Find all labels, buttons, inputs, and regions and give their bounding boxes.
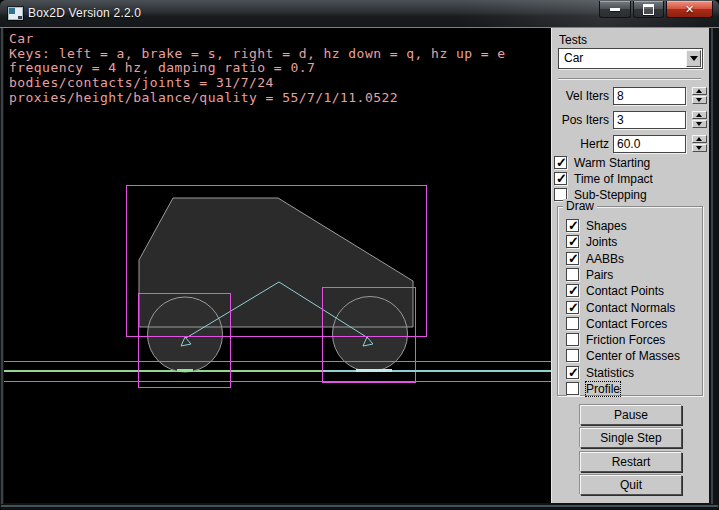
- vel-iters-spinner: [692, 87, 707, 105]
- checkbox-box[interactable]: [566, 219, 579, 232]
- checkbox-label: Pairs: [586, 268, 613, 282]
- checkbox-label: Warm Starting: [574, 156, 650, 170]
- window-border-left: [1, 28, 3, 504]
- checkbox-label: Time of Impact: [574, 172, 653, 186]
- checkbox-label: Contact Points: [586, 284, 664, 298]
- pos-iters-spinner: [692, 111, 707, 129]
- vel-iters-label: Vel Iters: [552, 89, 609, 103]
- checkbox-box[interactable]: [566, 301, 579, 314]
- hud-text: Car Keys: left = a, brake = s, right = d…: [9, 32, 506, 105]
- checkbox-label: AABBs: [586, 252, 624, 266]
- box2d-testbed-window: Box2D Version 2.2.0: [0, 0, 719, 510]
- spinner-down-icon[interactable]: [692, 144, 707, 152]
- checkbox-box[interactable]: [566, 382, 579, 395]
- checkbox-label: Profile: [586, 382, 620, 396]
- vel-iters-row: Vel Iters: [552, 87, 710, 105]
- checkbox-box[interactable]: [566, 268, 579, 281]
- checkbox-label: Friction Forces: [586, 333, 665, 347]
- checkbox-box[interactable]: [566, 366, 579, 379]
- window-border-bottom: [1, 505, 718, 507]
- spinner-down-icon[interactable]: [692, 120, 707, 128]
- minimize-icon: [610, 8, 620, 11]
- pos-iters-row: Pos Iters: [552, 111, 710, 129]
- spinner-up-icon[interactable]: [692, 135, 707, 143]
- pause-button[interactable]: Pause: [580, 405, 682, 425]
- window: Box2D Version 2.2.0: [0, 0, 719, 510]
- single-step-button[interactable]: Single Step: [580, 428, 682, 448]
- checkbox-box[interactable]: [566, 333, 579, 346]
- window-controls: [599, 1, 713, 18]
- tests-selected-value: Car: [564, 51, 583, 65]
- titlebar[interactable]: Box2D Version 2.2.0: [0, 0, 719, 28]
- checkbox-label: Contact Forces: [586, 317, 667, 331]
- maximize-icon: [643, 4, 654, 15]
- simulation-canvas[interactable]: Car Keys: left = a, brake = s, right = d…: [4, 28, 551, 503]
- hud-keys: Keys: left = a, brake = s, right = d, hz…: [9, 47, 506, 62]
- checkbox-box[interactable]: [566, 235, 579, 248]
- checkbox-box[interactable]: [566, 284, 579, 297]
- hertz-row: Hertz: [552, 135, 710, 153]
- restart-button[interactable]: Restart: [580, 452, 682, 472]
- checkbox-box[interactable]: [566, 252, 579, 265]
- hertz-input[interactable]: [613, 135, 686, 153]
- checkbox-label: Center of Masses: [586, 349, 680, 363]
- hertz-label: Hertz: [552, 137, 609, 151]
- spinner-up-icon[interactable]: [692, 111, 707, 119]
- app-icon: [8, 7, 23, 20]
- checkbox-box[interactable]: [554, 172, 567, 185]
- separator: [558, 78, 701, 80]
- checkbox-box[interactable]: [566, 349, 579, 362]
- tests-label: Tests: [559, 33, 587, 47]
- hud-stats-proxies: proxies/height/balance/quality = 55/7/1/…: [9, 91, 506, 106]
- vel-iters-input[interactable]: [613, 87, 686, 105]
- control-panel: Tests Car Vel Iters Pos Iters: [551, 28, 709, 503]
- window-border-right: [711, 28, 713, 504]
- spinner-up-icon[interactable]: [692, 87, 707, 95]
- checkbox-box[interactable]: [566, 317, 579, 330]
- checkbox-label: Shapes: [586, 219, 627, 233]
- hud-test-name: Car: [9, 32, 506, 47]
- maximize-button[interactable]: [633, 1, 664, 18]
- hud-stats-bodies: bodies/contacts/joints = 31/7/24: [9, 76, 506, 91]
- hud-frequency: frequency = 4 hz, damping ratio = 0.7: [9, 61, 506, 76]
- checkbox-box[interactable]: [554, 156, 567, 169]
- checkbox-label: Statistics: [586, 366, 634, 380]
- checkbox-label: Contact Normals: [586, 301, 675, 315]
- close-button[interactable]: [666, 1, 713, 18]
- tests-select-arrow-button[interactable]: [686, 50, 701, 67]
- draw-group: Draw Shapes Joints AABBs Pairs: [557, 206, 703, 396]
- close-icon: [685, 8, 694, 10]
- chevron-down-icon: [690, 56, 698, 61]
- draw-group-title: Draw: [563, 199, 597, 213]
- checkbox-label: Joints: [586, 235, 617, 249]
- pos-iters-input[interactable]: [613, 111, 686, 129]
- spinner-down-icon[interactable]: [692, 96, 707, 104]
- minimize-button[interactable]: [599, 1, 631, 18]
- quit-button[interactable]: Quit: [580, 475, 682, 495]
- window-title: Box2D Version 2.2.0: [28, 6, 141, 20]
- pos-iters-label: Pos Iters: [552, 113, 609, 127]
- tests-select[interactable]: Car: [558, 48, 703, 69]
- hertz-spinner: [692, 135, 707, 153]
